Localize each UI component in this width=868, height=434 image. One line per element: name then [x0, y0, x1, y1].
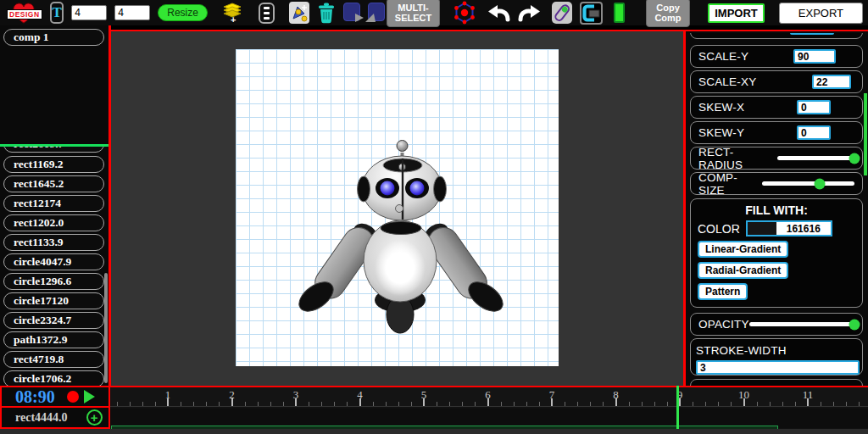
layer-item[interactable]: circle1706.2: [3, 370, 104, 387]
layer-list: rect1169.2rect1645.2rect12174rect1202.0r…: [0, 153, 110, 387]
robot-belly: [375, 240, 426, 296]
ruler-minor-tick: [642, 402, 643, 406]
ruler-minor-tick: [411, 402, 412, 406]
playhead[interactable]: [676, 386, 679, 429]
ruler-minor-tick: [705, 402, 706, 406]
ruler-minor-tick: [270, 402, 271, 406]
export-button[interactable]: EXPORT: [779, 3, 863, 24]
redo-icon[interactable]: [518, 3, 541, 22]
linear-gradient-button[interactable]: Linear-Gradient: [698, 241, 788, 258]
workspace: [110, 30, 685, 386]
timeline-bottom-strip: [0, 429, 868, 434]
robot-antenna-ball: [397, 141, 408, 152]
timeline-track-header: rect4444.0 +: [0, 408, 110, 429]
radial-gradient-button[interactable]: Radial-Gradient: [698, 262, 788, 279]
property-row-scale-y: SCALE-Y: [690, 45, 863, 68]
paste-back-icon[interactable]: [364, 2, 376, 24]
design-logo: DESIGN: [5, 1, 42, 25]
property-row-partial: [690, 33, 863, 42]
scale-xy-input[interactable]: [812, 75, 851, 89]
ruler-minor-tick: [462, 402, 463, 406]
skew-x-input[interactable]: [797, 100, 831, 114]
composition-tab[interactable]: comp 1: [3, 29, 104, 46]
node-graph-icon[interactable]: [453, 1, 476, 25]
layers-add-icon[interactable]: +: [222, 2, 242, 24]
ruler-minor-tick: [782, 402, 783, 406]
layer-item[interactable]: rect1169.2: [3, 156, 104, 173]
paste-forward-icon[interactable]: [343, 2, 356, 24]
undo-icon[interactable]: [487, 3, 510, 22]
layer-item[interactable]: rect1202.0: [3, 214, 104, 231]
pen-magic-icon[interactable]: [289, 2, 309, 24]
layer-item[interactable]: circle4047.9: [3, 253, 104, 270]
clip-mask-icon[interactable]: [580, 2, 603, 25]
pattern-button[interactable]: Pattern: [698, 283, 748, 300]
robot-artwork[interactable]: [265, 134, 528, 346]
ruler-number: 5: [421, 388, 427, 402]
ruler-minor-tick: [757, 402, 758, 406]
layer-item[interactable]: circle17120: [3, 292, 104, 309]
ruler-minor-tick: [245, 402, 246, 406]
ruler-minor-tick: [667, 402, 668, 406]
property-row-skew-x: SKEW-X: [690, 96, 863, 119]
ruler-number: 2: [229, 388, 235, 402]
opacity-slider[interactable]: [749, 322, 854, 326]
fill-section: FILL WITH: COLOR 161616 Linear-Gradient …: [690, 198, 863, 308]
ruler-minor-tick: [565, 402, 565, 406]
design-canvas[interactable]: [235, 48, 559, 367]
partially-hidden-layer-item[interactable]: rect2609.7: [0, 147, 110, 153]
design-logo-text: DESIGN: [7, 9, 42, 19]
eraser-icon[interactable]: [552, 2, 572, 24]
ruler-number: 7: [549, 388, 555, 402]
height-input[interactable]: [114, 5, 150, 20]
fill-rect-icon[interactable]: [614, 3, 625, 23]
svg-text:+: +: [231, 14, 236, 24]
multi-select-button[interactable]: MULTI-SELECT: [387, 0, 440, 27]
ruler-minor-tick: [526, 402, 527, 406]
layer-item[interactable]: circle1296.6: [3, 273, 104, 290]
fill-color-input[interactable]: 161616: [746, 220, 832, 236]
workspace-top-line: [110, 30, 868, 31]
ruler-minor-tick: [117, 402, 118, 406]
timeline-ruler[interactable]: 1234567891011: [110, 386, 868, 407]
layer-item[interactable]: rect4719.8: [3, 351, 104, 368]
layer-item[interactable]: rect1645.2: [3, 175, 104, 192]
record-button[interactable]: [67, 391, 79, 403]
layer-item[interactable]: rect12174: [3, 195, 104, 212]
layer-item[interactable]: path1372.9: [3, 331, 104, 348]
width-input[interactable]: [71, 5, 107, 20]
sidebar-divider-line: [108, 25, 111, 386]
menu-icon[interactable]: [259, 3, 275, 24]
ruler-minor-tick: [386, 402, 387, 406]
ruler-minor-tick: [590, 402, 591, 406]
ruler-minor-tick: [654, 402, 655, 406]
stroke-section: STROKE-WITH: COLOR 1B1B1B: [690, 379, 863, 386]
import-button[interactable]: IMPORT: [708, 3, 765, 23]
text-tool-button[interactable]: T: [50, 2, 64, 24]
props-scrollbar[interactable]: [864, 93, 867, 175]
property-row-skew-y: SKEW-Y: [690, 121, 863, 144]
ruler-number: 4: [357, 388, 363, 402]
robot-right-ear: [434, 176, 447, 202]
selection-divider: [0, 144, 108, 147]
stroke-width-input[interactable]: [696, 360, 860, 375]
app-window: DESIGN T Resize +: [0, 0, 868, 434]
ruler-minor-tick: [821, 402, 821, 406]
sidebar-scrollbar[interactable]: [104, 273, 108, 383]
comp-size-slider[interactable]: [762, 181, 854, 186]
layer-item[interactable]: rect1133.9: [3, 234, 104, 251]
ruler-minor-tick: [142, 402, 143, 406]
ruler-minor-tick: [577, 402, 578, 406]
ruler-minor-tick: [603, 402, 604, 406]
scale-y-input[interactable]: [793, 49, 836, 64]
ruler-minor-tick: [718, 402, 719, 406]
add-keyframe-button[interactable]: +: [86, 409, 103, 426]
skew-y-input[interactable]: [797, 125, 831, 140]
play-button[interactable]: [84, 390, 95, 403]
layer-item[interactable]: circle2324.7: [3, 312, 104, 329]
rect-radius-slider[interactable]: [777, 156, 854, 160]
copy-comp-button[interactable]: Copy Comp: [646, 0, 690, 27]
ruler-number: 11: [803, 388, 814, 402]
resize-button[interactable]: Resize: [158, 4, 208, 21]
trash-icon[interactable]: [317, 2, 336, 24]
